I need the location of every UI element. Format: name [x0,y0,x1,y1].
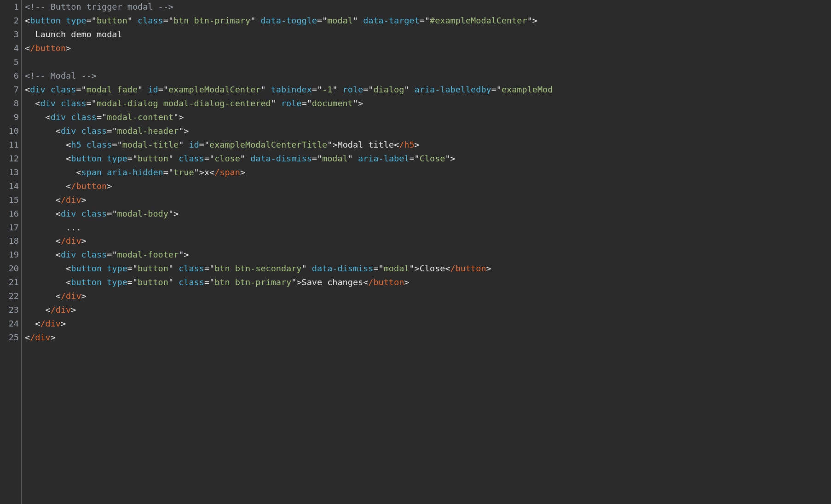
code-line[interactable]: </button> [25,41,831,55]
code-line[interactable]: Launch demo modal [25,28,831,41]
code-line[interactable]: <button type="button" class="btn btn-pri… [25,14,831,28]
code-line[interactable]: <div class="modal-footer"> [25,248,831,262]
code-line[interactable]: </div> [25,234,831,248]
code-area[interactable]: <!-- Button trigger modal --><button typ… [22,0,831,504]
code-line[interactable]: <!-- Button trigger modal --> [25,0,831,14]
line-number: 3 [0,28,19,41]
line-number: 2 [0,14,19,28]
line-number: 21 [0,275,19,289]
code-line[interactable]: </button> [25,179,831,193]
code-line[interactable]: <button type="button" class="close" data… [25,152,831,166]
code-line[interactable]: ... [25,221,831,235]
code-line[interactable]: <div class="modal fade" id="exampleModal… [25,83,831,97]
code-line[interactable]: <button type="button" class="btn btn-pri… [25,275,831,289]
code-line[interactable]: <!-- Modal --> [25,69,831,83]
line-number: 18 [0,234,19,248]
line-number: 6 [0,69,19,83]
code-line[interactable]: </div> [25,303,831,317]
code-editor: 1234567891011121314151617181920212223242… [0,0,831,504]
line-number: 19 [0,248,19,262]
code-line[interactable]: <span aria-hidden="true">x</span> [25,166,831,179]
line-number: 1 [0,0,19,14]
line-number: 25 [0,331,19,344]
code-line[interactable]: <h5 class="modal-title" id="exampleModal… [25,138,831,152]
code-line[interactable] [25,55,831,69]
line-number: 12 [0,152,19,166]
code-line[interactable]: </div> [25,317,831,331]
code-line[interactable]: </div> [25,289,831,303]
code-line[interactable]: <div class="modal-header"> [25,124,831,138]
code-line[interactable]: <div class="modal-content"> [25,110,831,124]
line-number: 15 [0,193,19,207]
line-number: 5 [0,55,19,69]
line-number: 22 [0,289,19,303]
line-number: 9 [0,110,19,124]
line-number: 4 [0,41,19,55]
line-number: 20 [0,262,19,275]
line-number: 14 [0,179,19,193]
line-number: 13 [0,166,19,179]
line-number: 8 [0,97,19,110]
line-number: 11 [0,138,19,152]
line-number: 16 [0,207,19,221]
line-number: 7 [0,83,19,97]
line-number-gutter: 1234567891011121314151617181920212223242… [0,0,22,504]
code-line[interactable]: </div> [25,331,831,344]
line-number: 24 [0,317,19,331]
code-line[interactable]: <button type="button" class="btn btn-sec… [25,262,831,275]
line-number: 10 [0,124,19,138]
code-line[interactable]: <div class="modal-body"> [25,207,831,221]
line-number: 23 [0,303,19,317]
code-line[interactable]: </div> [25,193,831,207]
code-line[interactable]: <div class="modal-dialog modal-dialog-ce… [25,97,831,110]
line-number: 17 [0,221,19,235]
